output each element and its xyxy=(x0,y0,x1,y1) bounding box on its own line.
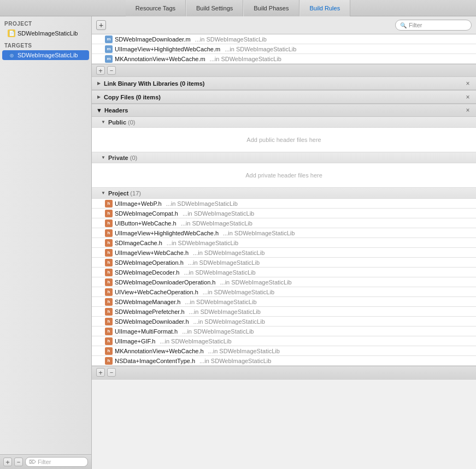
file-name: SDWebImageOperation.h xyxy=(115,259,184,266)
public-empty-hint: Add public header files here xyxy=(92,128,476,152)
link-binary-section: ▶ Link Binary With Libraries (0 items) × xyxy=(92,77,476,91)
file-path: ...in SDWebImageStaticLib xyxy=(182,328,254,335)
copy-files-section: ▶ Copy Files (0 items) × xyxy=(92,91,476,104)
file-name: UIImage+WebP.h xyxy=(115,200,162,207)
file-row[interactable]: h UIImageView+HighlightedWebCache.h ...i… xyxy=(92,228,476,238)
file-row[interactable]: h SDWebImagePrefetcher.h ...in SDWebImag… xyxy=(92,307,476,317)
sidebar-item-project[interactable]: 📄 SDWebImageStaticLib xyxy=(2,28,89,38)
file-row[interactable]: h SDWebImageDownloader.h ...in SDWebImag… xyxy=(92,317,476,326)
file-row[interactable]: h UIImageView+WebCache.h ...in SDWebImag… xyxy=(92,248,476,258)
file-path: ...in SDWebImageStaticLib xyxy=(210,56,281,62)
public-subsection-header[interactable]: ▼ Public (0) xyxy=(92,117,476,128)
file-row[interactable]: m UIImageView+HighlightedWebCache.m ...i… xyxy=(92,44,476,54)
file-row[interactable]: h SDWebImageManager.h ...in SDWebImageSt… xyxy=(92,297,476,307)
sidebar-target-label: SDWebImageStaticLib xyxy=(17,52,78,58)
h-file-icon: h xyxy=(105,210,113,217)
tab-resource-tags[interactable]: Resource Tags xyxy=(126,0,186,16)
sidebar-filter-icon: ⌦ xyxy=(29,459,36,465)
main-layout: PROJECT 📄 SDWebImageStaticLib TARGETS ◎ … xyxy=(0,16,476,469)
copy-files-header[interactable]: ▶ Copy Files (0 items) × xyxy=(92,91,476,104)
file-row[interactable]: m MKAnnotationView+WebCache.m ...in SDWe… xyxy=(92,54,476,64)
m-file-icon: m xyxy=(105,55,113,63)
sidebar-filter-box[interactable]: ⌦ Filter xyxy=(25,457,88,467)
filter-icon: 🔍 xyxy=(400,22,407,28)
file-row[interactable]: h UIView+WebCacheOperation.h ...in SDWeb… xyxy=(92,287,476,297)
h-file-icon: h xyxy=(105,328,113,335)
file-row[interactable]: h SDWebImageDecoder.h ...in SDWebImageSt… xyxy=(92,268,476,277)
file-row[interactable]: h UIImage+WebP.h ...in SDWebImageStaticL… xyxy=(92,199,476,209)
content-area: + 🔍 Filter m SDWebImageDownloader.m ...i… xyxy=(92,16,476,469)
private-subsection-header[interactable]: ▼ Private (0) xyxy=(92,152,476,163)
sidebar-remove-button[interactable]: − xyxy=(14,458,23,466)
file-name: SDWebImagePrefetcher.h xyxy=(115,308,185,315)
headers-remove-btn[interactable]: − xyxy=(107,368,116,377)
target-icon: ◎ xyxy=(8,51,15,59)
link-binary-header[interactable]: ▶ Link Binary With Libraries (0 items) × xyxy=(92,77,476,90)
link-binary-title: Link Binary With Libraries (0 items) xyxy=(104,80,464,87)
content-filter-box[interactable]: 🔍 Filter xyxy=(395,20,472,31)
file-name: SDWebImageDownloader.h xyxy=(115,318,189,325)
headers-section: ▼ Headers × ▼ Public (0) Add public head… xyxy=(92,104,476,379)
m-file-icon: m xyxy=(105,45,113,53)
compile-sources-remove-btn[interactable]: − xyxy=(107,66,116,75)
headers-title: Headers xyxy=(104,107,462,114)
file-row[interactable]: h SDImageCache.h ...in SDWebImageStaticL… xyxy=(92,238,476,248)
file-name: UIImageView+HighlightedWebCache.h xyxy=(115,230,219,236)
content-add-button[interactable]: + xyxy=(96,20,106,30)
file-path: ...in SDWebImageStaticLib xyxy=(199,358,271,364)
file-path: ...in SDWebImageStaticLib xyxy=(188,259,260,266)
project-title: Project (17) xyxy=(108,190,472,197)
file-row[interactable]: h MKAnnotationView+WebCache.h ...in SDWe… xyxy=(92,346,476,356)
project-subsection: ▼ Project (17) h UIImage+WebP.h ...in SD… xyxy=(92,188,476,379)
file-name: SDWebImageDownloaderOperation.h xyxy=(115,279,215,286)
link-binary-close-btn[interactable]: × xyxy=(464,80,472,87)
h-file-icon: h xyxy=(105,239,113,247)
h-file-icon: h xyxy=(105,288,113,296)
file-name: SDImageCache.h xyxy=(115,240,162,246)
file-path: ...in SDWebImageStaticLib xyxy=(185,299,256,305)
compile-sources-add-btn[interactable]: + xyxy=(96,66,105,75)
file-path: ...in SDWebImageStaticLib xyxy=(181,220,252,227)
private-title: Private (0) xyxy=(108,155,472,161)
sidebar-project-label: SDWebImageStaticLib xyxy=(17,30,78,37)
headers-section-header[interactable]: ▼ Headers × xyxy=(92,104,476,117)
tab-build-phases[interactable]: Build Phases xyxy=(243,0,299,16)
tab-build-settings[interactable]: Build Settings xyxy=(186,0,243,16)
file-row[interactable]: h UIImage+GIF.h ...in SDWebImageStaticLi… xyxy=(92,336,476,346)
headers-add-btn[interactable]: + xyxy=(96,368,105,377)
file-name: SDWebImageDownloader.m xyxy=(115,36,191,43)
content-topbar: + 🔍 Filter xyxy=(92,16,476,34)
headers-collapse-icon: ▼ xyxy=(96,107,102,114)
headers-add-remove-bar: + − xyxy=(92,366,476,378)
project-count: (17) xyxy=(130,190,141,197)
h-file-icon: h xyxy=(105,337,113,345)
copy-files-title: Copy Files (0 items) xyxy=(104,94,464,100)
compile-sources-add-remove-bar: + − xyxy=(92,64,476,76)
project-icon: 📄 xyxy=(8,29,15,37)
h-file-icon: h xyxy=(105,229,113,237)
file-row[interactable]: h UIImage+MultiFormat.h ...in SDWebImage… xyxy=(92,326,476,336)
sidebar-item-target[interactable]: ◎ SDWebImageStaticLib xyxy=(2,50,89,60)
h-file-icon: h xyxy=(105,278,113,286)
file-row[interactable]: m SDWebImageDownloader.m ...in SDWebImag… xyxy=(92,34,476,44)
file-row[interactable]: h NSData+ImageContentType.h ...in SDWebI… xyxy=(92,356,476,366)
private-collapse-icon: ▼ xyxy=(101,155,106,161)
h-file-icon: h xyxy=(105,200,113,207)
h-file-icon: h xyxy=(105,259,113,266)
project-section-label: PROJECT xyxy=(0,19,91,28)
file-name: UIView+WebCacheOperation.h xyxy=(115,289,198,295)
headers-close-btn[interactable]: × xyxy=(464,106,472,114)
file-row[interactable]: h SDWebImageDownloaderOperation.h ...in … xyxy=(92,277,476,287)
project-subsection-header[interactable]: ▼ Project (17) xyxy=(92,188,476,199)
file-row[interactable]: h SDWebImageCompat.h ...in SDWebImageSta… xyxy=(92,209,476,218)
targets-section-label: TARGETS xyxy=(0,40,91,50)
file-row[interactable]: h UIButton+WebCache.h ...in SDWebImageSt… xyxy=(92,218,476,228)
file-path: ...in SDWebImageStaticLib xyxy=(220,279,291,286)
tab-build-rules[interactable]: Build Rules xyxy=(299,0,351,16)
copy-files-close-btn[interactable]: × xyxy=(464,93,472,101)
file-path: ...in SDWebImageStaticLib xyxy=(208,348,280,354)
file-name: MKAnnotationView+WebCache.m xyxy=(115,56,205,62)
file-row[interactable]: h SDWebImageOperation.h ...in SDWebImage… xyxy=(92,258,476,268)
sidebar-add-button[interactable]: + xyxy=(3,458,12,466)
file-path: ...in SDWebImageStaticLib xyxy=(225,46,296,52)
